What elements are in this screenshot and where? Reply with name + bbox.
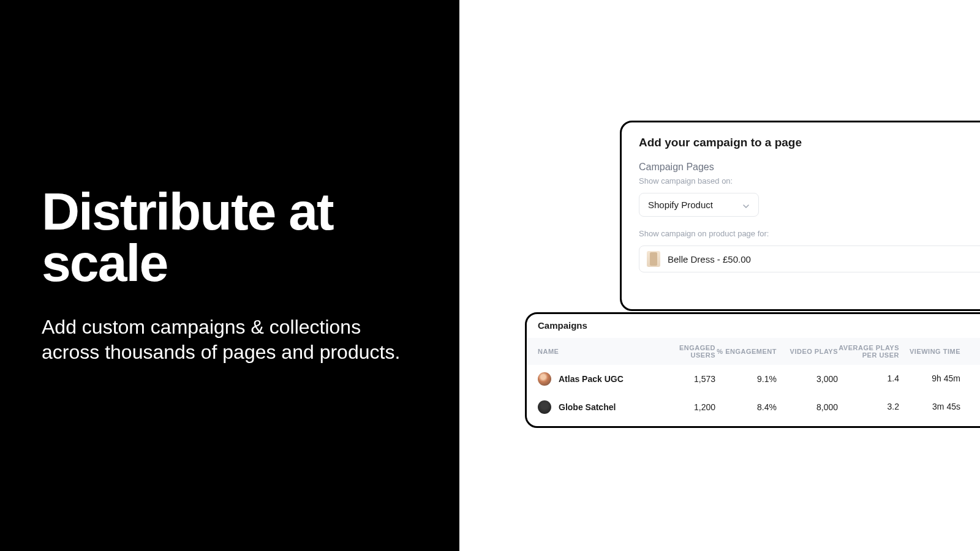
campaigns-title: Campaigns bbox=[527, 315, 980, 338]
hero-subheadline: Add custom campaigns & collections acros… bbox=[42, 315, 418, 365]
row-engaged: 1,200 bbox=[654, 402, 715, 412]
avatar bbox=[538, 372, 551, 386]
basis-select[interactable]: Shopify Product bbox=[639, 193, 759, 217]
product-name-label: Belle Dress - £50.00 bbox=[668, 254, 751, 264]
row-name: Globe Satchel bbox=[559, 402, 616, 412]
row-avg: 1.4 bbox=[838, 374, 899, 383]
row-plays: 3,000 bbox=[777, 374, 838, 384]
col-header-pct: % ENGAGEMENT bbox=[715, 348, 777, 355]
row-pct: 9.1% bbox=[715, 374, 777, 384]
basis-select-value: Shopify Product bbox=[648, 200, 713, 210]
campaigns-table-header: NAME ENGAGED USERS % ENGAGEMENT VIDEO PL… bbox=[527, 338, 980, 365]
add-campaign-card: Add your campaign to a page Campaign Pag… bbox=[620, 121, 980, 311]
add-campaign-title: Add your campaign to a page bbox=[639, 136, 980, 149]
col-header-engaged: ENGAGED USERS bbox=[654, 344, 715, 359]
avatar bbox=[538, 400, 551, 414]
preview-panel: Add your campaign to a page Campaign Pag… bbox=[459, 0, 980, 551]
table-row[interactable]: Atlas Pack UGC 1,573 9.1% 3,000 1.4 9h 4… bbox=[527, 365, 980, 393]
col-header-time: VIEWING TIME bbox=[899, 348, 960, 355]
hero-headline: Distribute at scale bbox=[42, 186, 418, 289]
helper-basis: Show campaign based on: bbox=[639, 176, 980, 186]
col-header-avg: AVERAGE PLAYS PER USER bbox=[838, 344, 899, 359]
row-time: 9h 45m bbox=[899, 374, 960, 383]
campaign-pages-label: Campaign Pages bbox=[639, 162, 980, 173]
row-name: Atlas Pack UGC bbox=[559, 374, 624, 384]
product-select-row[interactable]: Belle Dress - £50.00 bbox=[639, 246, 980, 272]
hero-panel: Distribute at scale Add custom campaigns… bbox=[0, 0, 459, 551]
product-thumbnail bbox=[647, 251, 660, 267]
helper-product: Show campaign on product page for: bbox=[639, 229, 980, 238]
row-engaged: 1,573 bbox=[654, 374, 715, 384]
campaigns-card: Campaigns NAME ENGAGED USERS % ENGAGEMEN… bbox=[525, 312, 980, 428]
row-plays: 8,000 bbox=[777, 402, 838, 412]
chevron-down-icon bbox=[742, 201, 750, 209]
table-row[interactable]: Globe Satchel 1,200 8.4% 8,000 3.2 3m 45… bbox=[527, 393, 980, 421]
row-pct: 8.4% bbox=[715, 402, 777, 412]
col-header-plays: VIDEO PLAYS bbox=[777, 348, 838, 355]
col-header-name: NAME bbox=[538, 348, 654, 355]
row-time: 3m 45s bbox=[899, 402, 960, 411]
row-avg: 3.2 bbox=[838, 402, 899, 411]
